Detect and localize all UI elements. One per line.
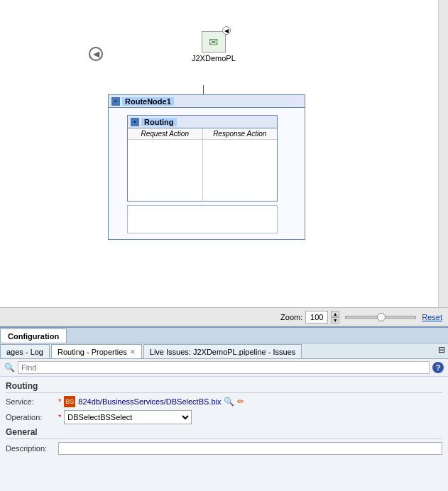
j2x-node-icon: ◀ (202, 31, 226, 53)
routing-icon: ▪ (131, 118, 139, 126)
tab-configuration[interactable]: Configuration (0, 329, 67, 343)
routing-col-request: Request Action (128, 128, 203, 202)
search-input[interactable] (18, 361, 430, 374)
routing-col-request-body (128, 140, 202, 202)
route-bottom-box (127, 205, 278, 233)
routing-col-request-header: Request Action (128, 128, 202, 140)
help-icon[interactable]: ? (432, 362, 444, 373)
zoom-reset-button[interactable]: Reset (422, 313, 442, 321)
route-node-header: ▪ RouteNode1 (109, 95, 305, 108)
zoom-down-button[interactable]: ▼ (331, 317, 339, 324)
vertical-scrollbar[interactable] (438, 0, 448, 326)
tab-routing-properties-label: Routing - Properties (58, 348, 127, 356)
operation-label: Operation: (6, 413, 55, 421)
routing-header: ▪ Routing (128, 116, 277, 128)
tab-live-issues[interactable]: Live Issues: J2XDemoPL.pipeline - Issues (143, 344, 302, 358)
tab-routing-close-icon[interactable]: ✕ (130, 348, 136, 355)
bottom-panel: Configuration ages - Log Routing - Prope… (0, 326, 448, 491)
service-row: Service: * BS 824db/BusinessServices/DBS… (6, 396, 442, 407)
description-input[interactable] (58, 442, 442, 455)
description-label: Description: (6, 444, 55, 453)
description-row: Description: (6, 442, 442, 455)
operation-required-marker: * (58, 413, 61, 421)
content-area: Routing Service: * BS 824db/BusinessServ… (0, 377, 448, 491)
search-bar: 🔍 ? (0, 359, 448, 377)
canvas: ◀ ◀ J2XDemoPL ▪ RouteNode1 ▪ Routing Req… (0, 0, 448, 326)
general-section-title-text: eneral (12, 427, 37, 437)
j2x-arrow-icon: ◀ (222, 26, 231, 35)
zoom-label: Zoom: (280, 313, 302, 321)
service-text: 824db/BusinessServices/DBSelectBS.bix (78, 397, 221, 406)
routing-col-response-body (203, 140, 278, 202)
zoom-up-button[interactable]: ▲ (331, 311, 339, 317)
route-node-container: ▪ RouteNode1 ▪ Routing Request Action Re… (108, 94, 305, 240)
routing-table: Request Action Response Action (128, 128, 277, 202)
tab-row-2: ages - Log Routing - Properties ✕ Live I… (0, 343, 448, 359)
zoom-input[interactable] (305, 311, 328, 324)
edit-service-icon[interactable]: ✏ (237, 397, 244, 407)
tab-ages-log[interactable]: ages - Log (0, 344, 50, 358)
service-required-marker: * (58, 397, 61, 406)
routing-section-title: Routing (6, 381, 442, 393)
tab-live-issues-label: Live Issues: J2XDemoPL.pipeline - Issues (150, 348, 295, 356)
general-section-title: General (6, 427, 442, 439)
routing-col-response: Response Action (203, 128, 278, 202)
route-node-title: RouteNode1 (122, 97, 174, 106)
back-arrow-icon[interactable]: ◀ (89, 47, 103, 61)
routing-section-title-text: outing (12, 381, 38, 391)
search-icon: 🔍 (4, 363, 15, 373)
routing-col-response-header: Response Action (203, 128, 278, 140)
tab-ages-log-label: ages - Log (6, 348, 43, 356)
zoom-spinner[interactable]: ▲ ▼ (331, 311, 339, 324)
tab-routing-properties[interactable]: Routing - Properties ✕ (51, 344, 142, 358)
route-node-header-icon: ▪ (111, 97, 120, 106)
j2x-node-label: J2XDemoPL (192, 54, 236, 62)
zoom-bar: Zoom: ▲ ▼ Reset (0, 307, 448, 326)
service-field-value: BS 824db/BusinessServices/DBSelectBS.bix… (64, 396, 244, 407)
minimize-panel-button[interactable]: ⊟ (438, 345, 445, 355)
service-icon: BS (64, 396, 75, 407)
j2x-node[interactable]: ◀ J2XDemoPL (192, 31, 236, 62)
zoom-slider[interactable] (345, 316, 416, 319)
routing-inner-container[interactable]: ▪ Routing Request Action Response Action (127, 115, 278, 202)
routing-title: Routing (141, 118, 177, 126)
tab-configuration-label: Configuration (8, 332, 59, 341)
operation-select[interactable]: DBSelectBSSelect (64, 410, 192, 424)
tab-row-1: Configuration (0, 328, 448, 343)
operation-row: Operation: * DBSelectBSSelect (6, 410, 442, 424)
search-service-icon[interactable]: 🔍 (224, 397, 234, 407)
service-label: Service: (6, 397, 55, 406)
zoom-slider-thumb[interactable] (377, 313, 386, 321)
